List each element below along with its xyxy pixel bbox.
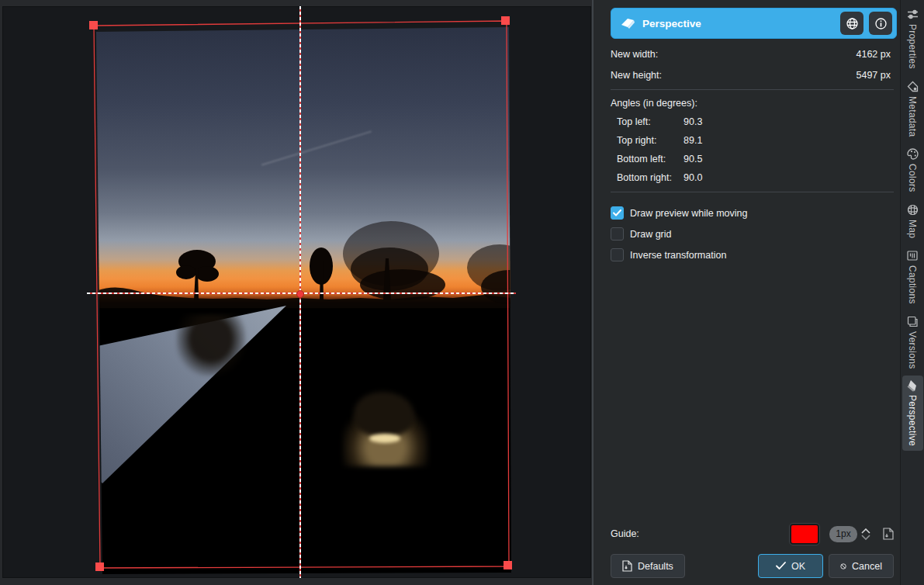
tab-captions[interactable]: Captions — [902, 245, 923, 309]
tab-properties-label: Properties — [907, 24, 918, 69]
draw-preview-label: Draw preview while moving — [630, 208, 747, 219]
angle-bottom-right-row: Bottom right: 90.0 — [611, 172, 897, 183]
action-buttons-row: Defaults OK Cancel — [611, 554, 894, 578]
angle-bottom-right-value: 90.0 — [683, 172, 702, 183]
versions-stack-icon — [907, 316, 919, 327]
perspective-tool-icon — [621, 17, 635, 29]
tree-reflection — [176, 314, 246, 376]
perspective-handle-top-right[interactable] — [501, 16, 510, 25]
draw-grid-checkbox-row[interactable]: Draw grid — [611, 227, 897, 241]
guide-reset-button[interactable] — [883, 528, 894, 540]
draw-grid-checkbox[interactable] — [611, 227, 624, 241]
angle-top-right-value: 89.1 — [683, 135, 702, 146]
separator — [611, 192, 894, 192]
new-width-row: New width: 4162 px — [611, 49, 897, 60]
captions-document-icon — [907, 250, 919, 261]
info-icon — [874, 17, 888, 30]
tab-captions-label: Captions — [907, 265, 918, 304]
perspective-tool-window: Perspective New width: 4162 px — [0, 0, 924, 585]
chevron-down-icon[interactable] — [861, 535, 870, 540]
cat-silhouette — [354, 392, 414, 437]
metadata-tag-icon — [907, 81, 919, 92]
guide-row: Guide: 1px — [611, 523, 894, 545]
globe-icon — [846, 17, 859, 30]
new-height-label: New height: — [611, 70, 662, 81]
perspective-tab-icon — [907, 379, 918, 392]
guide-size-value[interactable]: 1px — [829, 526, 857, 542]
perspective-handle-bottom-right[interactable] — [504, 561, 512, 569]
options-group: Draw preview while moving Draw grid Inve… — [611, 199, 897, 261]
angle-bottom-right-label: Bottom right: — [617, 172, 683, 183]
draw-preview-checkbox[interactable] — [611, 206, 624, 220]
angle-bottom-left-label: Bottom left: — [617, 154, 683, 164]
new-width-value: 4162 px — [857, 49, 891, 60]
cancel-button-label: Cancel — [852, 561, 882, 572]
angle-bottom-left-row: Bottom left: 90.5 — [611, 154, 897, 164]
properties-icon — [907, 9, 919, 20]
tab-colors[interactable]: Colors — [902, 144, 923, 196]
guide-size-spinbox[interactable]: 1px — [829, 526, 870, 542]
inverse-transformation-label: Inverse transformation — [630, 250, 726, 261]
inverse-transformation-checkbox-row[interactable]: Inverse transformation — [611, 248, 897, 261]
draw-preview-checkbox-row[interactable]: Draw preview while moving — [611, 206, 897, 220]
angle-top-left-value: 90.3 — [683, 116, 702, 127]
tool-settings-panel: Perspective New width: 4162 px — [594, 0, 900, 585]
tree-silhouettes — [96, 27, 511, 574]
spacer — [611, 261, 897, 523]
chevron-up-icon[interactable] — [861, 528, 870, 534]
angle-top-left-label: Top left: — [617, 116, 683, 127]
defaults-document-icon — [622, 560, 632, 572]
inverse-transformation-checkbox[interactable] — [611, 248, 624, 261]
cat-light-spot — [369, 434, 400, 443]
draw-grid-label: Draw grid — [630, 229, 672, 240]
tab-properties[interactable]: Properties — [902, 4, 923, 74]
editor-canvas-pane — [0, 0, 592, 585]
photo-preview — [96, 27, 511, 574]
cancel-icon — [840, 561, 846, 572]
tab-metadata-label: Metadata — [907, 96, 918, 137]
tool-title: Perspective — [642, 18, 835, 29]
check-icon — [776, 562, 786, 570]
angle-top-right-label: Top right: — [617, 135, 683, 146]
separator — [611, 89, 894, 90]
tab-perspective[interactable]: Perspective — [902, 376, 923, 451]
perspective-handle-bottom-left[interactable] — [95, 562, 104, 571]
tab-colors-label: Colors — [907, 164, 918, 192]
ok-button[interactable]: OK — [758, 554, 823, 578]
new-height-row: New height: 5497 px — [611, 70, 897, 81]
angle-top-right-row: Top right: 89.1 — [611, 135, 897, 146]
guide-label: Guide: — [611, 528, 790, 539]
tool-info-button[interactable] — [869, 12, 892, 35]
perspective-handle-top-left[interactable] — [89, 21, 98, 29]
colors-icon — [907, 148, 919, 160]
map-globe-icon — [907, 204, 919, 216]
tab-versions-label: Versions — [907, 331, 918, 369]
tab-versions[interactable]: Versions — [902, 311, 923, 373]
ok-button-label: OK — [791, 561, 805, 572]
new-height-value: 5497 px — [857, 70, 891, 81]
angle-top-left-row: Top left: 90.3 — [611, 116, 897, 127]
angle-bottom-left-value: 90.5 — [683, 154, 702, 164]
check-icon — [613, 209, 621, 216]
tab-perspective-label: Perspective — [907, 395, 918, 446]
guide-color-swatch[interactable] — [790, 524, 819, 545]
tab-metadata[interactable]: Metadata — [902, 76, 923, 141]
defaults-button[interactable]: Defaults — [611, 554, 685, 578]
guide-center-dot[interactable] — [296, 290, 304, 298]
new-width-label: New width: — [611, 49, 658, 60]
tool-header: Perspective — [611, 8, 897, 39]
defaults-button-label: Defaults — [638, 561, 673, 572]
angles-heading: Angles (in degrees): — [611, 98, 897, 109]
reset-document-icon — [883, 528, 894, 540]
cancel-button[interactable]: Cancel — [829, 554, 894, 578]
tab-map[interactable]: Map — [902, 199, 923, 243]
right-sidebar-tabstrip: Properties Metadata Colors Map — [900, 0, 924, 585]
tab-map-label: Map — [907, 220, 918, 238]
spinbox-arrows[interactable] — [861, 528, 870, 540]
online-handbook-button[interactable] — [840, 12, 863, 35]
